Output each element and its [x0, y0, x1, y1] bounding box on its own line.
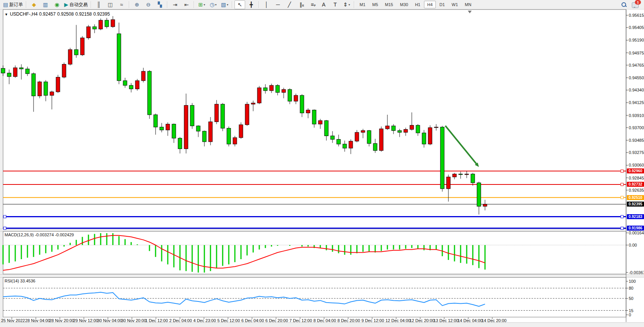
macd-splitter[interactable] — [0, 229, 644, 231]
fibonacci-button[interactable]: ≡F — [307, 0, 318, 9]
price-axis-tick: 0.94765 — [629, 63, 644, 67]
arrows-tool-icon: ⇕ — [343, 2, 348, 7]
chevron-down-icon[interactable]: ▾ — [215, 3, 217, 6]
templates-icon: ▧ — [221, 2, 226, 7]
periods-button[interactable]: ◷▾ — [208, 0, 218, 9]
icon-sub-letter: F — [314, 3, 316, 8]
tile-windows-button[interactable]: ▚ — [154, 0, 165, 9]
rsi-axis-tick: 15 — [629, 308, 633, 313]
chart-header: ▼USDCHF-,H40.924570.925080.921580.92395 — [5, 11, 111, 17]
charts-button[interactable]: ▥ — [40, 0, 51, 9]
charts-icon: ▥ — [43, 2, 48, 7]
timeframe-button-m30[interactable]: M30 — [397, 1, 411, 8]
toolbar-separator — [354, 1, 355, 8]
horizontal-line-button[interactable]: ─ — [273, 0, 283, 9]
auto-scroll-button[interactable]: ⇥ — [170, 0, 180, 9]
timeframe-button-m1[interactable]: M1 — [357, 1, 368, 8]
cursor-icon: ↖ — [238, 2, 242, 7]
timeframe-toolbar: M1M5M15M30H1H4D1W1MN — [356, 1, 475, 8]
symbol-caret-icon[interactable]: ▼ — [5, 13, 8, 16]
expert-advisors-button[interactable]: ◆ — [29, 0, 39, 9]
arrows-tool-button[interactable]: ⇕▾ — [341, 0, 352, 9]
expert-advisors-icon: ◆ — [32, 2, 36, 7]
fibonacci-icon: ≡F — [311, 2, 314, 7]
ohlc-low: 0.92158 — [75, 11, 92, 17]
cursor-button[interactable]: ↖ — [234, 0, 245, 9]
rsi-indicator-label: RSI(14) 33.4536 — [5, 279, 35, 283]
rsi-axis-tick: 0 — [629, 313, 631, 317]
chevron-down-icon[interactable]: ▾ — [348, 3, 350, 6]
new-order-button-label: 新订单 — [9, 2, 23, 8]
price-axis-tick: 0.93485 — [629, 138, 644, 143]
price-line-label-0.92395: 0.92395 — [627, 202, 644, 207]
icon-sub-letter: E — [302, 3, 304, 8]
price-axis-tick: 0.94975 — [629, 51, 644, 55]
price-axis-tick: 0.93275 — [629, 150, 644, 155]
chart-symbol-label: USDCHF-,H4 — [10, 11, 38, 17]
toolbar-separator — [167, 1, 168, 8]
crosshair-button[interactable]: ╋ — [246, 0, 257, 9]
chevron-down-icon[interactable]: ▾ — [227, 3, 228, 6]
rsi-axis-tick: 80 — [629, 286, 633, 290]
vertical-line-button[interactable]: │ — [261, 0, 272, 9]
zoom-out-icon: ⊖ — [146, 2, 151, 7]
timeframe-button-m15[interactable]: M15 — [382, 1, 396, 8]
window-bottom-edge — [0, 322, 644, 327]
line-chart-button[interactable]: ≈ — [116, 0, 127, 9]
toolbar-separator — [232, 1, 233, 8]
timeframe-button-m5[interactable]: M5 — [369, 1, 381, 8]
periods-icon: ◷ — [210, 2, 214, 7]
timeframe-button-d1[interactable]: D1 — [437, 1, 448, 8]
price-axis-tick: 0.93060 — [629, 163, 644, 167]
autotrading-button[interactable]: ▶自动交易 — [63, 0, 89, 9]
horizontal-line-icon: ─ — [276, 2, 280, 7]
equidistant-channel-button[interactable]: ∥E — [296, 0, 306, 9]
bar-chart-button[interactable]: ║ — [93, 0, 104, 9]
chat-bubble-icon: 1 — [632, 2, 639, 8]
signals-button[interactable]: ◉ — [51, 0, 62, 9]
price-axis-tick: 0.92845 — [629, 176, 644, 180]
line-chart-icon: ≈ — [120, 2, 123, 7]
new-order-icon: ▤ — [3, 2, 8, 7]
timeframe-button-w1[interactable]: W1 — [449, 1, 461, 8]
vertical-line-icon: │ — [265, 2, 268, 7]
candle-chart-button[interactable]: ◫ — [105, 0, 116, 9]
price-line-label-0.92732: 0.92732 — [627, 182, 644, 187]
trendline-icon: ╱ — [288, 2, 291, 7]
crosshair-icon: ╋ — [250, 2, 253, 7]
zoom-out-button[interactable]: ⊖ — [143, 0, 154, 9]
trendline-button[interactable]: ╱ — [284, 0, 295, 9]
timeframe-button-h4[interactable]: H4 — [424, 1, 435, 8]
price-line-label-0.92510: 0.92510 — [627, 195, 644, 200]
community-button[interactable]: 1 — [630, 0, 641, 9]
indicators-button[interactable]: ⊞▾ — [196, 0, 207, 9]
rsi-axis-tick: 100 — [629, 279, 636, 284]
new-order-button[interactable]: ▤新订单 — [2, 0, 24, 9]
price-axis-tick: 0.92635 — [629, 188, 644, 192]
search-button[interactable] — [618, 0, 629, 9]
price-axis-tick: 0.95615 — [629, 13, 644, 18]
price-axis-tick: 0.95405 — [629, 25, 644, 30]
zoom-in-icon: ⊕ — [135, 2, 139, 7]
search-icon — [621, 2, 627, 8]
rsi-axis-tick: 50 — [629, 296, 633, 301]
timeframe-button-mn[interactable]: MN — [462, 1, 474, 8]
text-label-icon: T — [334, 2, 337, 7]
zoom-in-button[interactable]: ⊕ — [132, 0, 142, 9]
bar-chart-icon: ║ — [97, 2, 101, 7]
templates-button[interactable]: ▧▾ — [219, 0, 230, 9]
chevron-down-icon[interactable]: ▾ — [204, 3, 205, 6]
autotrading-button-label: 自动交易 — [69, 2, 88, 8]
toolbar-separator — [129, 1, 130, 8]
autotrading-icon: ▶ — [64, 2, 68, 7]
chart-shift-button[interactable]: ⇤ — [181, 0, 192, 9]
price-line-label-0.92960: 0.92960 — [627, 168, 644, 173]
timeframe-button-h1[interactable]: H1 — [412, 1, 423, 8]
text-button[interactable]: A — [318, 0, 329, 9]
indicators-icon: ⊞ — [198, 2, 203, 7]
price-line-label-0.91986: 0.91986 — [627, 226, 644, 231]
rsi-splitter[interactable] — [0, 274, 644, 277]
macd-indicator-label: MACD(12,26,9) -0.003274 -0.002429 — [5, 232, 74, 237]
tile-windows-icon: ▚ — [158, 2, 162, 7]
text-label-button[interactable]: T — [330, 0, 340, 9]
